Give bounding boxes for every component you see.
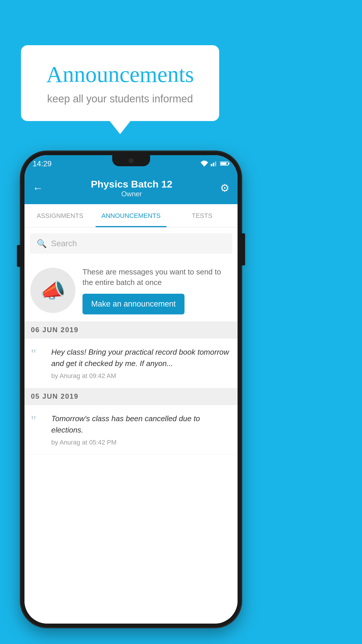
search-bar[interactable]: 🔍 Search — [30, 233, 232, 254]
make-announcement-button[interactable]: Make an announcement — [82, 294, 184, 314]
megaphone-circle: 📣 — [30, 268, 75, 313]
announcement-item-1[interactable]: " Hey class! Bring your practical record… — [24, 338, 238, 388]
bubble-title: Announcements — [38, 61, 202, 88]
notch — [112, 155, 150, 166]
tab-assignments[interactable]: ASSIGNMENTS — [24, 204, 96, 227]
header-batch-title: Physics Batch 12 — [43, 178, 220, 190]
svg-rect-5 — [221, 162, 226, 165]
promo-right: These are messages you want to send to t… — [82, 267, 232, 314]
announcement-author-1: by Anurag at 09:42 AM — [51, 372, 231, 380]
megaphone-icon: 📣 — [40, 279, 66, 302]
back-button[interactable]: ← — [33, 182, 43, 194]
announcement-item-2[interactable]: " Tomorrow's class has been cancelled du… — [24, 405, 238, 455]
svg-rect-4 — [228, 163, 229, 164]
phone-outer: 14:29 — [21, 152, 241, 627]
announcement-content-1: Hey class! Bring your practical record b… — [51, 346, 231, 380]
tab-tests[interactable]: TESTS — [166, 204, 238, 227]
tab-announcements[interactable]: ANNOUNCEMENTS — [96, 204, 167, 227]
status-time: 14:29 — [33, 159, 52, 168]
status-icons — [200, 160, 229, 167]
camera-dot — [129, 158, 134, 163]
content-area: 🔍 Search 📣 These are messages you want t… — [24, 228, 238, 624]
battery-icon — [220, 160, 229, 167]
search-placeholder: Search — [51, 239, 77, 248]
phone-wrapper: 14:29 — [21, 152, 241, 627]
svg-rect-0 — [211, 164, 212, 166]
speech-bubble: Announcements keep all your students inf… — [21, 45, 219, 121]
announcement-content-2: Tomorrow's class has been cancelled due … — [51, 413, 231, 446]
app-header: ← Physics Batch 12 Owner ⚙ — [24, 172, 238, 204]
bubble-subtitle: keep all your students informed — [38, 93, 202, 105]
announcement-promo: 📣 These are messages you want to send to… — [24, 260, 238, 322]
signal-icon — [211, 160, 218, 167]
date-separator-1: 06 JUN 2019 — [24, 322, 238, 338]
promo-description: These are messages you want to send to t… — [82, 267, 232, 288]
tabs-bar: ASSIGNMENTS ANNOUNCEMENTS TESTS — [24, 204, 238, 228]
announcement-text-2: Tomorrow's class has been cancelled due … — [51, 413, 231, 436]
announcement-author-2: by Anurag at 05:42 PM — [51, 439, 231, 446]
phone-screen: 14:29 — [24, 155, 238, 624]
quote-icon-1: " — [31, 348, 45, 360]
announcement-text-1: Hey class! Bring your practical record b… — [51, 346, 231, 369]
svg-rect-2 — [215, 162, 216, 166]
speech-bubble-container: Announcements keep all your students inf… — [21, 45, 219, 121]
date-separator-2: 05 JUN 2019 — [24, 388, 238, 405]
settings-button[interactable]: ⚙ — [220, 182, 229, 194]
search-icon: 🔍 — [37, 239, 47, 249]
wifi-icon — [200, 160, 208, 167]
header-role-subtitle: Owner — [43, 190, 220, 198]
quote-icon-2: " — [31, 414, 45, 427]
svg-rect-1 — [213, 163, 214, 166]
header-title-block: Physics Batch 12 Owner — [43, 178, 220, 198]
